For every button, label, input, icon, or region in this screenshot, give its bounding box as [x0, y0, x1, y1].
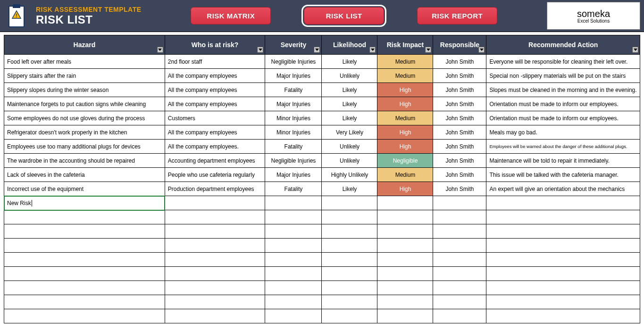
- cell-impact[interactable]: High: [377, 140, 433, 154]
- cell-responsible[interactable]: John Smith: [433, 125, 486, 140]
- cell-hazard[interactable]: Employees use too many additional plugs …: [4, 140, 165, 154]
- nav-risk-matrix-button[interactable]: RISK MATRIX: [191, 7, 271, 25]
- cell-empty[interactable]: [433, 210, 486, 224]
- cell-empty[interactable]: [486, 253, 640, 267]
- cell-empty[interactable]: [265, 253, 322, 267]
- cell-severity[interactable]: Major Injuries: [265, 168, 322, 182]
- cell-severity[interactable]: Minor Injuries: [265, 125, 322, 140]
- cell-hazard-editing[interactable]: New Risk: [4, 196, 165, 210]
- cell-empty[interactable]: [433, 239, 486, 253]
- cell-hazard[interactable]: Slippery slopes during the winter season: [4, 83, 165, 97]
- cell-empty[interactable]: [377, 210, 433, 224]
- cell-empty[interactable]: [4, 281, 165, 295]
- cell-likelihood[interactable]: Unlikely: [322, 154, 377, 168]
- cell-action[interactable]: Special non -slippery materials will be …: [486, 69, 640, 83]
- cell-who[interactable]: Customers: [165, 111, 265, 125]
- cell-empty[interactable]: [265, 309, 322, 323]
- cell-who[interactable]: All the company employees: [165, 97, 265, 111]
- cell-impact[interactable]: Medium: [377, 55, 433, 69]
- cell-impact[interactable]: High: [377, 182, 433, 196]
- cell-responsible[interactable]: John Smith: [433, 140, 486, 154]
- cell-severity[interactable]: Fatality: [265, 182, 322, 196]
- filter-dropdown-icon[interactable]: [632, 47, 638, 53]
- filter-dropdown-icon[interactable]: [157, 47, 163, 53]
- filter-dropdown-icon[interactable]: [257, 47, 263, 53]
- cell-responsible[interactable]: John Smith: [433, 83, 486, 97]
- cell-hazard[interactable]: Lack of sleeves in the cafeteria: [4, 168, 165, 182]
- cell-severity[interactable]: Major Injuries: [265, 97, 322, 111]
- cell-responsible[interactable]: John Smith: [433, 55, 486, 69]
- cell-empty[interactable]: [433, 253, 486, 267]
- cell-impact[interactable]: Negligible: [377, 154, 433, 168]
- cell-empty[interactable]: [433, 309, 486, 323]
- cell-empty[interactable]: [486, 210, 640, 224]
- cell-likelihood[interactable]: Unlikely: [322, 140, 377, 154]
- cell-action[interactable]: This issue will be talked with the cafet…: [486, 168, 640, 182]
- cell-likelihood[interactable]: Likely: [322, 55, 377, 69]
- cell-empty[interactable]: [322, 267, 377, 281]
- cell-likelihood[interactable]: Likely: [322, 83, 377, 97]
- cell-hazard[interactable]: Incorrect use of the equipment: [4, 182, 165, 196]
- cell-empty[interactable]: [322, 239, 377, 253]
- cell-empty[interactable]: [377, 239, 433, 253]
- cell-empty[interactable]: [165, 224, 265, 239]
- cell-empty[interactable]: [377, 196, 433, 210]
- cell-empty[interactable]: [165, 309, 265, 323]
- cell-impact[interactable]: Medium: [377, 168, 433, 182]
- cell-who[interactable]: All the company employees: [165, 83, 265, 97]
- cell-impact[interactable]: Medium: [377, 111, 433, 125]
- cell-responsible[interactable]: John Smith: [433, 69, 486, 83]
- cell-empty[interactable]: [433, 295, 486, 309]
- cell-action[interactable]: Employees will be warned about the dange…: [486, 140, 640, 154]
- filter-dropdown-icon[interactable]: [425, 47, 431, 53]
- cell-empty[interactable]: [377, 253, 433, 267]
- cell-hazard[interactable]: Refrigerator doesn't work properly in th…: [4, 125, 165, 140]
- cell-severity[interactable]: Minor Injuries: [265, 111, 322, 125]
- cell-empty[interactable]: [4, 309, 165, 323]
- cell-action[interactable]: An expert will give an orientation about…: [486, 182, 640, 196]
- cell-empty[interactable]: [265, 196, 322, 210]
- header-hazard[interactable]: Hazard: [4, 35, 165, 55]
- cell-empty[interactable]: [486, 196, 640, 210]
- cell-empty[interactable]: [322, 224, 377, 239]
- cell-empty[interactable]: [486, 281, 640, 295]
- cell-severity[interactable]: Major Injuries: [265, 69, 322, 83]
- cell-responsible[interactable]: John Smith: [433, 168, 486, 182]
- cell-empty[interactable]: [4, 239, 165, 253]
- cell-empty[interactable]: [322, 295, 377, 309]
- cell-hazard[interactable]: Maintenance forgets to put caution signs…: [4, 97, 165, 111]
- cell-empty[interactable]: [322, 281, 377, 295]
- cell-empty[interactable]: [377, 224, 433, 239]
- cell-empty[interactable]: [265, 295, 322, 309]
- cell-empty[interactable]: [433, 196, 486, 210]
- filter-dropdown-icon[interactable]: [478, 47, 485, 53]
- cell-empty[interactable]: [377, 267, 433, 281]
- cell-empty[interactable]: [265, 281, 322, 295]
- cell-empty[interactable]: [265, 267, 322, 281]
- cell-hazard[interactable]: Food left over after meals: [4, 55, 165, 69]
- cell-empty[interactable]: [165, 281, 265, 295]
- cell-empty[interactable]: [4, 267, 165, 281]
- cell-empty[interactable]: [322, 309, 377, 323]
- cell-who[interactable]: Production department employees: [165, 182, 265, 196]
- cell-empty[interactable]: [165, 196, 265, 210]
- header-impact[interactable]: Risk Impact: [377, 35, 433, 55]
- cell-severity[interactable]: Fatality: [265, 83, 322, 97]
- cell-empty[interactable]: [486, 224, 640, 239]
- cell-who[interactable]: Accounting department employees: [165, 154, 265, 168]
- nav-risk-report-button[interactable]: RISK REPORT: [417, 7, 497, 25]
- cell-likelihood[interactable]: Highly Unlikely: [322, 168, 377, 182]
- cell-empty[interactable]: [433, 267, 486, 281]
- cell-action[interactable]: Orientation must be made to inform our e…: [486, 97, 640, 111]
- cell-empty[interactable]: [265, 224, 322, 239]
- cell-likelihood[interactable]: Unlikely: [322, 69, 377, 83]
- cell-empty[interactable]: [4, 224, 165, 239]
- cell-empty[interactable]: [322, 253, 377, 267]
- cell-who[interactable]: All the company employees: [165, 125, 265, 140]
- cell-empty[interactable]: [4, 295, 165, 309]
- cell-responsible[interactable]: John Smith: [433, 154, 486, 168]
- filter-dropdown-icon[interactable]: [314, 47, 320, 53]
- header-responsible[interactable]: Responsible: [433, 35, 486, 55]
- nav-risk-list-button[interactable]: RISK LIST: [304, 7, 384, 25]
- cell-likelihood[interactable]: Likely: [322, 97, 377, 111]
